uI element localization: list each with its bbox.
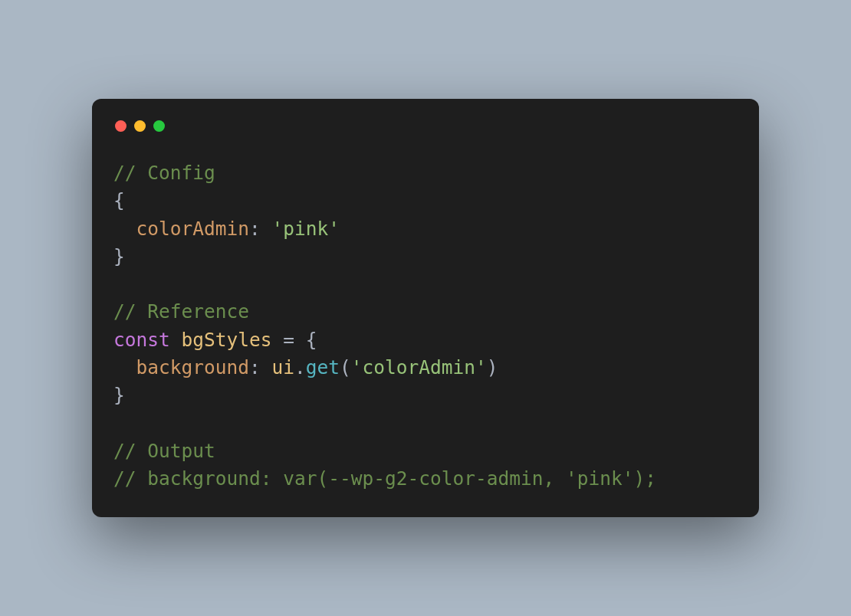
code-method: get (306, 356, 340, 378)
minimize-icon[interactable] (134, 120, 146, 132)
code-property: background (113, 356, 249, 378)
code-keyword: const (113, 329, 170, 351)
code-text (170, 329, 182, 351)
code-property: colorAdmin (113, 218, 249, 240)
close-icon[interactable] (115, 120, 127, 132)
code-punctuation: ) (487, 356, 498, 378)
code-punctuation: . (294, 356, 306, 378)
code-punctuation: } (113, 384, 125, 406)
code-punctuation: } (113, 245, 125, 267)
code-identifier: bgStyles (182, 329, 272, 351)
code-block: // Config { colorAdmin: 'pink' } // Refe… (113, 159, 738, 493)
window-controls (115, 120, 738, 132)
code-comment: // Config (113, 162, 215, 184)
code-comment: // Reference (113, 300, 249, 323)
maximize-icon[interactable] (153, 120, 165, 132)
code-window: // Config { colorAdmin: 'pink' } // Refe… (92, 99, 759, 517)
code-string: 'pink' (272, 218, 340, 240)
code-comment: // Output (113, 440, 215, 462)
code-string: 'colorAdmin' (351, 356, 487, 378)
code-punctuation: : (249, 356, 272, 378)
code-punctuation: = { (272, 329, 317, 351)
code-punctuation: { (113, 189, 125, 211)
code-identifier: ui (272, 356, 295, 378)
code-punctuation: : (249, 218, 272, 240)
code-comment: // background: var(--wp-g2-color-admin, … (113, 467, 656, 490)
code-punctuation: ( (340, 356, 351, 378)
